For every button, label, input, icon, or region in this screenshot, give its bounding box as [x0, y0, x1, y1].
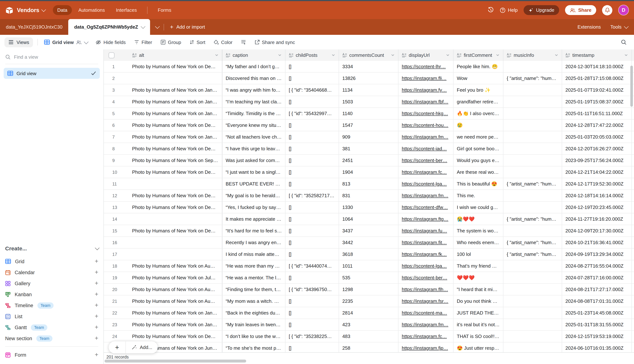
cell-musicInfo[interactable]: [503, 143, 562, 154]
cell-alt[interactable]: Photo by Humans of New York on De…: [129, 202, 222, 213]
chevron-down-icon[interactable]: [331, 53, 335, 57]
column-header-alt[interactable]: alt: [129, 50, 222, 61]
cell-alt[interactable]: Photo by Humans of New York on De…: [129, 143, 222, 154]
column-header-displayUrl[interactable]: displayUrl: [399, 50, 454, 61]
cell-commentsCount[interactable]: 1140: [339, 108, 399, 119]
cell-displayUrl[interactable]: https://scontent-ber…: [399, 155, 454, 166]
cell-musicInfo[interactable]: [503, 108, 562, 119]
cell-firstComment[interactable]: Feel you bro ✨: [454, 84, 503, 96]
extensions-button[interactable]: Extensions: [577, 24, 601, 30]
plus-icon[interactable]: +: [95, 313, 98, 320]
cell-firstComment[interactable]: it’s real but it’s not…: [454, 319, 503, 330]
cell-commentsCount[interactable]: 1503: [339, 96, 399, 108]
cell-childPosts[interactable]: []: [285, 96, 339, 108]
plus-icon[interactable]: +: [95, 280, 98, 287]
cell-alt[interactable]: Photo by Humans of New York on De…: [129, 190, 222, 201]
cell-alt[interactable]: Photo by Humans of New York on Au…: [129, 260, 222, 272]
plus-icon[interactable]: +: [95, 269, 98, 276]
cell-childPosts[interactable]: []: [285, 155, 339, 166]
cell-displayUrl[interactable]: https://instagram.fu…: [399, 225, 454, 236]
cell-childPosts[interactable]: []: [285, 202, 339, 213]
cell-commentsCount[interactable]: 3618: [339, 248, 399, 260]
cell-commentsCount[interactable]: 3334: [339, 61, 399, 72]
cell-commentsCount[interactable]: 3442: [339, 237, 399, 248]
cell-alt[interactable]: Photo by Humans of New York on Jan…: [129, 131, 222, 142]
nav-tab-interfaces[interactable]: Interfaces: [112, 5, 141, 15]
cell-childPosts[interactable]: []: [285, 72, 339, 84]
column-header-firstComment[interactable]: firstComment: [454, 50, 503, 61]
cell-commentsCount[interactable]: 2814: [339, 307, 399, 318]
sidebar-create-item-timeline[interactable]: TimelineTeam+: [5, 300, 98, 311]
cell-firstComment[interactable]: I wish we could ge…: [454, 202, 503, 213]
cell-musicInfo[interactable]: [503, 342, 562, 353]
sidebar-create-item-list[interactable]: List+: [5, 311, 98, 322]
cell-firstComment[interactable]: Who needs enemi…: [454, 237, 503, 248]
cell-firstComment[interactable]: 🔥👏 I also overca…: [454, 108, 503, 119]
cell-childPosts[interactable]: [ { "id": "352582717…: [285, 190, 339, 201]
cell-caption[interactable]: “He was a mentor. The le…: [222, 272, 285, 283]
cell-alt[interactable]: Photo by Humans of New York on De…: [129, 120, 222, 131]
cell-caption[interactable]: “To me she’s the most pr…: [222, 342, 285, 353]
cell-childPosts[interactable]: []: [285, 61, 339, 72]
cell-timestamp[interactable]: 2024-12-28T17:47:22.000Z: [562, 120, 632, 131]
cell-displayUrl[interactable]: https://instagram.fsr…: [399, 296, 454, 307]
plus-icon[interactable]: +: [95, 291, 98, 298]
cell-displayUrl[interactable]: https://instagram.ftg…: [399, 213, 454, 225]
cell-commentsCount[interactable]: 1134: [339, 84, 399, 96]
cell-alt[interactable]: Photo by Humans of New York on De…: [129, 331, 222, 342]
cell-firstComment[interactable]: This me.: [454, 190, 503, 201]
cell-displayUrl[interactable]: https://scontent-lhr…: [399, 61, 454, 72]
cell-commentsCount[interactable]: 3437: [339, 225, 399, 236]
cell-childPosts[interactable]: [ { "id": "35432997…: [285, 108, 339, 119]
cell-timestamp[interactable]: 2025-01-28T17:15:08.000Z: [562, 72, 632, 84]
cell-alt[interactable]: Photo by Humans of New York on Jan…: [129, 84, 222, 96]
cell-caption[interactable]: “Everyone knew my situat…: [222, 120, 285, 131]
chevron-down-icon[interactable]: [215, 53, 219, 57]
cell-musicInfo[interactable]: { "artist_name": "huma…: [503, 213, 562, 225]
cell-firstComment[interactable]: People like him. 😬: [454, 61, 503, 72]
cell-caption[interactable]: “Back in the eighties dun…: [222, 307, 285, 318]
cell-childPosts[interactable]: []: [285, 213, 339, 225]
cell-timestamp[interactable]: 2024-09-19T13:29:34.000Z: [562, 248, 632, 260]
cell-caption[interactable]: “I was angry with him for …: [222, 84, 285, 96]
sidebar-create-item-kanban[interactable]: Kanban+: [5, 289, 98, 300]
cell-commentsCount[interactable]: 258: [339, 342, 399, 353]
add-record-button[interactable]: +: [109, 343, 126, 351]
cell-commentsCount[interactable]: 909: [339, 131, 399, 142]
cell-displayUrl[interactable]: https://instagram.fbf…: [399, 96, 454, 108]
cell-childPosts[interactable]: []: [285, 166, 339, 178]
cell-childPosts[interactable]: []: [285, 342, 339, 353]
cell-alt[interactable]: Photo by Humans of New York on Jan…: [129, 319, 222, 330]
cell-caption[interactable]: “I have this urge to leave …: [222, 143, 285, 154]
filter-button[interactable]: Filter: [132, 38, 154, 47]
user-avatar[interactable]: D: [618, 5, 629, 16]
nav-tab-automations[interactable]: Automations: [74, 5, 109, 15]
row-height-button[interactable]: [239, 38, 248, 46]
cell-caption[interactable]: “My mom was a witch. No…: [222, 296, 285, 307]
cell-commentsCount[interactable]: 483: [339, 331, 399, 342]
column-header-commentsCount[interactable]: commentsCount: [339, 50, 399, 61]
column-header-childPosts[interactable]: childPosts: [285, 50, 339, 61]
cell-firstComment[interactable]: Girl got some boot…: [454, 143, 503, 154]
tools-button[interactable]: Tools: [610, 24, 627, 30]
plus-icon[interactable]: +: [95, 351, 98, 358]
chevron-down-icon[interactable]: [446, 53, 450, 57]
cell-commentsCount[interactable]: 1011: [339, 260, 399, 272]
cell-alt[interactable]: Photo by Humans of New York on Jul…: [129, 272, 222, 283]
airtable-logo-icon[interactable]: [5, 6, 14, 14]
cell-displayUrl[interactable]: https://instagram.fjp…: [399, 342, 454, 353]
cell-musicInfo[interactable]: [503, 272, 562, 283]
search-button[interactable]: [621, 39, 629, 45]
cell-commentsCount[interactable]: 381: [339, 143, 399, 154]
cell-timestamp[interactable]: 2024-07-28T17:16:00.000Z: [562, 272, 632, 283]
cell-timestamp[interactable]: 2024-06-10T16:01:35.000Z: [562, 342, 632, 353]
cell-alt[interactable]: [129, 72, 222, 84]
cell-caption[interactable]: I kind of miss male attenti…: [222, 248, 285, 260]
cell-childPosts[interactable]: []: [285, 307, 339, 318]
cell-caption[interactable]: “Finding time for them, th…: [222, 284, 285, 295]
cell-timestamp[interactable]: 2024-12-20T16:26:27.000Z: [562, 143, 632, 154]
cell-musicInfo[interactable]: [503, 61, 562, 72]
cell-timestamp[interactable]: 2024-11-27T19:16:20.000Z: [562, 213, 632, 225]
cell-displayUrl[interactable]: https://instagram.fm…: [399, 131, 454, 142]
table-tab-2-active[interactable]: data_Og5Zq6ZPNhWb5ydeZ: [68, 19, 150, 35]
